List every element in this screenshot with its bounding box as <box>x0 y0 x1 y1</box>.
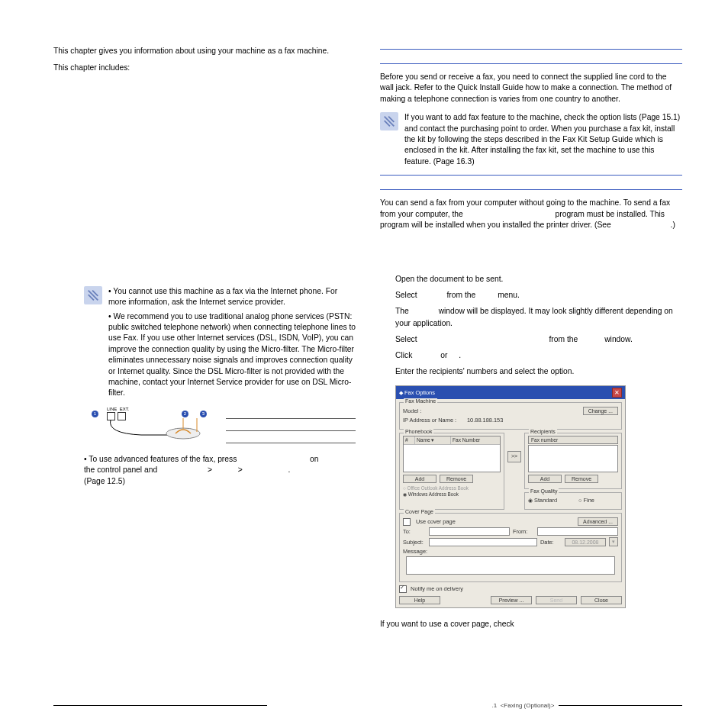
wab-radio[interactable]: ◉ Windows Address Book <box>403 491 501 497</box>
recipients-group: Recipients Fax number Add Remove <box>524 433 622 489</box>
advanced-tip: • To use advanced features of the fax, p… <box>84 454 356 487</box>
notify-check[interactable] <box>399 585 407 593</box>
recipients-list[interactable] <box>528 445 618 472</box>
subject-field[interactable] <box>429 538 537 546</box>
port-labels: LINE EXT. <box>107 407 129 411</box>
help-button[interactable]: Help <box>399 596 440 604</box>
subject-label: Subject: <box>403 539 426 546</box>
date-label: Date: <box>540 539 562 546</box>
message-field[interactable] <box>406 556 615 575</box>
quality-fine[interactable]: Fine <box>578 497 594 504</box>
move-right-button[interactable]: >> <box>507 451 521 462</box>
text: • We recommend you to use traditional an… <box>108 311 356 399</box>
from-field[interactable] <box>537 527 618 536</box>
step-6: Enter the recipients' numbers and select… <box>395 366 682 378</box>
callout-2: 2 <box>182 411 188 417</box>
oab-radio[interactable]: ○ Office Outlook Address Book <box>403 485 501 491</box>
preview-button[interactable]: Preview ... <box>491 596 532 604</box>
advanced-button[interactable]: Advanced ... <box>578 517 618 526</box>
use-cover-check[interactable] <box>403 518 411 526</box>
model-label: Model : <box>403 407 453 414</box>
quality-standard[interactable]: Standard <box>528 497 557 504</box>
rule <box>380 63 682 64</box>
use-cover-label: Use cover page <box>416 518 456 525</box>
callout-3: 3 <box>200 411 207 417</box>
phonebook-list[interactable]: # Name ▾ Fax Number <box>403 436 501 472</box>
ip-value: 10.88.188.153 <box>467 417 503 424</box>
change-button[interactable]: Change ... <box>583 407 618 415</box>
text: If you want to add fax feature to the ma… <box>404 112 682 167</box>
notify-label: Notify me on delivery <box>411 585 463 592</box>
text: • You cannot use this machine as a fax v… <box>108 286 356 308</box>
fax-options-dialog: ◆ Fax Options ✕ Fax Machine Model : Chan… <box>395 385 626 608</box>
step-3: The window will be displayed. It may loo… <box>395 305 682 330</box>
fax-machine-group: Fax Machine Model : Change ... IP Addres… <box>399 402 622 430</box>
rec-add-button[interactable]: Add <box>528 475 562 483</box>
note-icon <box>380 112 398 130</box>
phonebook-group: Phonebook # Name ▾ Fax Number Add Remove… <box>399 433 504 510</box>
rule <box>380 49 682 50</box>
date-field[interactable]: 08.12.2008 <box>565 538 606 546</box>
page-footer: .1 <Faxing (Optional)> <box>53 702 682 709</box>
message-label: Message: <box>403 548 618 555</box>
dialog-title: ◆ Fax Options <box>399 389 435 396</box>
cover-page-group: Cover Page Use cover page Advanced ... T… <box>399 513 622 582</box>
send-button[interactable]: Send <box>536 596 577 604</box>
after-dialog-text: If you want to use a cover page, check <box>380 619 682 630</box>
text: Before you send or receive a fax, you ne… <box>380 72 682 105</box>
step-4: Select from the window. <box>395 333 682 346</box>
text: This chapter gives you information about… <box>53 46 356 56</box>
to-label: To: <box>403 528 426 535</box>
pb-add-button[interactable]: Add <box>403 475 436 483</box>
step-2: Select from the menu. <box>395 289 682 301</box>
step-5: Click or . <box>395 350 682 362</box>
note-block: If you want to add fax feature to the ma… <box>380 112 682 167</box>
to-field[interactable] <box>429 527 510 536</box>
recip-header: Fax number <box>528 436 618 444</box>
text: You can send a fax from your computer wi… <box>380 198 682 230</box>
pb-remove-button[interactable]: Remove <box>440 475 473 483</box>
step-1: Open the document to be sent. <box>395 273 682 285</box>
close-icon[interactable]: ✕ <box>612 388 622 398</box>
date-drop-icon[interactable]: ▾ <box>609 537 618 546</box>
micro-filter-diagram: 1 2 3 LINE EXT. <box>84 407 356 443</box>
rec-remove-button[interactable]: Remove <box>565 475 598 483</box>
callout-1: 1 <box>92 411 98 417</box>
fax-quality-group: Fax Quality Standard Fine <box>524 492 622 510</box>
text: This chapter includes: <box>53 63 356 73</box>
from-label: From: <box>513 528 534 535</box>
dlg-close-button[interactable]: Close <box>581 596 622 604</box>
note-icon <box>84 286 102 304</box>
rule <box>380 175 682 176</box>
ip-label: IP Address or Name : <box>403 417 464 424</box>
note-block: • You cannot use this machine as a fax v… <box>84 286 356 399</box>
rule <box>380 189 682 190</box>
